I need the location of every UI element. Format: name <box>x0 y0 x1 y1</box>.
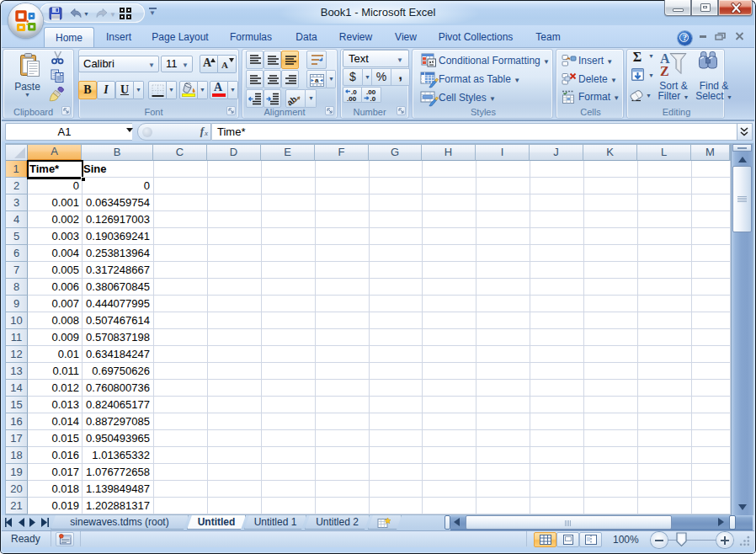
svg-text:Z: Z <box>660 64 669 77</box>
svg-text:.0: .0 <box>370 95 376 102</box>
svg-text:.00: .00 <box>347 95 357 102</box>
svg-text:a: a <box>315 77 319 84</box>
